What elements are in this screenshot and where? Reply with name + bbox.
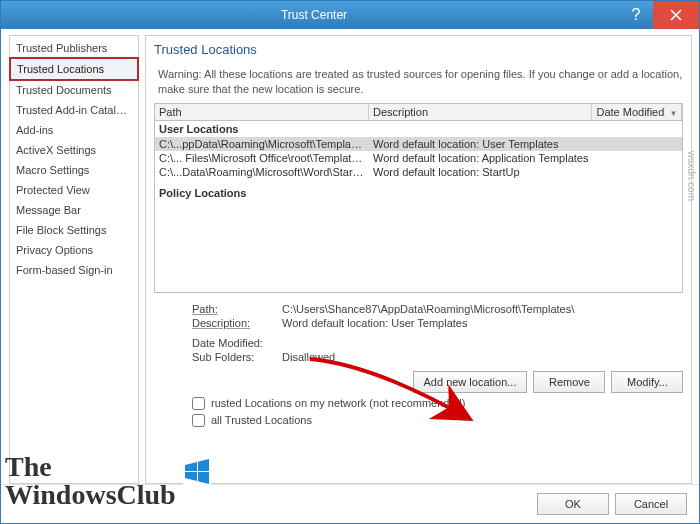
cell-date — [592, 165, 682, 179]
disable-all-checkbox[interactable] — [192, 414, 205, 427]
close-icon — [670, 9, 682, 21]
allow-network-checkbox[interactable] — [192, 397, 205, 410]
allow-network-label: rusted Locations on my network (not reco… — [211, 397, 465, 409]
cell-path: C:\...Data\Roaming\Microsoft\Word\Startu… — [155, 165, 369, 179]
content-heading: Trusted Locations — [154, 42, 683, 57]
watermark: The WindowsClub — [3, 449, 178, 513]
trust-center-window: Trust Center ? Trusted Publishers Truste… — [0, 0, 700, 524]
cell-desc: Word default location: StartUp — [369, 165, 592, 179]
detail-path-label: Path: — [192, 303, 282, 315]
disable-checkbox-row: all Trusted Locations — [154, 414, 683, 427]
cell-date — [592, 137, 682, 151]
cell-desc: Word default location: Application Templ… — [369, 151, 592, 165]
detail-desc-value: Word default location: User Templates — [282, 317, 467, 329]
sidebar-item-trusted-locations[interactable]: Trusted Locations — [9, 57, 139, 81]
sidebar-item-activex-settings[interactable]: ActiveX Settings — [10, 140, 138, 160]
details-panel: Path: C:\Users\Shance87\AppData\Roaming\… — [154, 303, 683, 365]
titlebar: Trust Center ? — [1, 1, 699, 29]
cell-date — [592, 151, 682, 165]
cell-desc: Word default location: User Templates — [369, 137, 592, 151]
locations-table: Path Description Date Modified ▼ User Lo… — [154, 103, 683, 293]
sidebar: Trusted Publishers Trusted Locations Tru… — [9, 35, 139, 484]
modify-button[interactable]: Modify... — [611, 371, 683, 393]
column-description[interactable]: Description — [369, 104, 592, 120]
windowsclub-logo-icon — [183, 457, 211, 485]
sidebar-item-addins[interactable]: Add-ins — [10, 120, 138, 140]
table-row[interactable]: C:\... Files\Microsoft Office\root\Templ… — [155, 151, 682, 165]
column-date-label: Date Modified — [596, 106, 664, 118]
cancel-button[interactable]: Cancel — [615, 493, 687, 515]
group-user-locations: User Locations — [155, 121, 682, 137]
dialog-body: Trusted Publishers Trusted Locations Tru… — [1, 29, 699, 484]
detail-sub-label: Sub Folders: — [192, 351, 282, 363]
sidebar-item-message-bar[interactable]: Message Bar — [10, 200, 138, 220]
sidebar-item-protected-view[interactable]: Protected View — [10, 180, 138, 200]
group-policy-locations: Policy Locations — [155, 185, 682, 201]
sidebar-item-trusted-addin-catalogs[interactable]: Trusted Add-in Catalogs — [10, 100, 138, 120]
network-checkbox-row: rusted Locations on my network (not reco… — [154, 397, 683, 410]
sidebar-item-file-block-settings[interactable]: File Block Settings — [10, 220, 138, 240]
table-header: Path Description Date Modified ▼ — [155, 104, 682, 121]
sort-down-icon: ▼ — [669, 109, 677, 118]
sidebar-item-trusted-documents[interactable]: Trusted Documents — [10, 80, 138, 100]
detail-desc-label: Description: — [192, 317, 282, 329]
window-title: Trust Center — [9, 8, 619, 22]
sidebar-item-form-based-signin[interactable]: Form-based Sign-in — [10, 260, 138, 280]
detail-path-value: C:\Users\Shance87\AppData\Roaming\Micros… — [282, 303, 574, 315]
watermark-line2: WindowsClub — [5, 481, 176, 509]
source-label: wsxdn.com — [686, 151, 697, 201]
watermark-line1: The — [5, 453, 176, 481]
table-body: User Locations C:\...ppData\Roaming\Micr… — [155, 121, 682, 292]
sidebar-item-macro-settings[interactable]: Macro Settings — [10, 160, 138, 180]
remove-button[interactable]: Remove — [533, 371, 605, 393]
sidebar-item-trusted-publishers[interactable]: Trusted Publishers — [10, 38, 138, 58]
content-panel: Trusted Locations Warning: All these loc… — [145, 35, 692, 484]
cell-path: C:\... Files\Microsoft Office\root\Templ… — [155, 151, 369, 165]
table-row[interactable]: C:\...Data\Roaming\Microsoft\Word\Startu… — [155, 165, 682, 179]
warning-text: Warning: All these locations are treated… — [158, 67, 683, 97]
column-date-modified[interactable]: Date Modified ▼ — [592, 104, 682, 120]
disable-all-label: all Trusted Locations — [211, 414, 312, 426]
ok-button[interactable]: OK — [537, 493, 609, 515]
sidebar-item-privacy-options[interactable]: Privacy Options — [10, 240, 138, 260]
close-button[interactable] — [653, 1, 699, 29]
column-path[interactable]: Path — [155, 104, 369, 120]
detail-sub-value: Disallowed — [282, 351, 335, 363]
detail-date-label: Date Modified: — [192, 337, 282, 349]
table-row[interactable]: C:\...ppData\Roaming\Microsoft\Templates… — [155, 137, 682, 151]
cell-path: C:\...ppData\Roaming\Microsoft\Templates… — [155, 137, 369, 151]
add-new-location-button[interactable]: Add new location... — [413, 371, 528, 393]
help-button[interactable]: ? — [619, 4, 653, 26]
action-row: Add new location... Remove Modify... — [154, 371, 683, 393]
